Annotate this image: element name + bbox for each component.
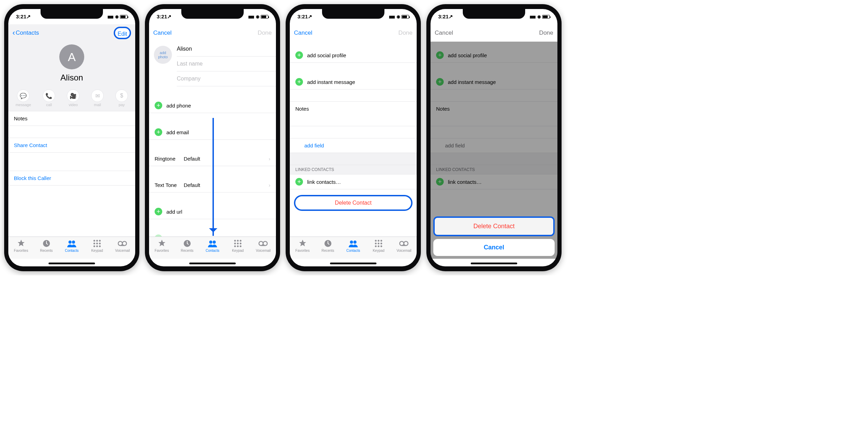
svg-point-20 [240, 240, 242, 242]
plus-icon: + [155, 234, 162, 237]
tab-label: Voicemail [397, 249, 411, 252]
action-label: pay [119, 103, 125, 107]
svg-point-12 [118, 241, 122, 246]
svg-point-19 [237, 240, 239, 242]
back-label: Contacts [16, 29, 39, 36]
tab-keypad[interactable]: Keypad [87, 239, 107, 259]
tab-favorites[interactable]: Favorites [292, 239, 313, 259]
notch [41, 9, 103, 19]
svg-point-41 [381, 246, 382, 247]
svg-point-40 [378, 246, 380, 247]
done-button[interactable]: Done [398, 29, 413, 36]
cancel-button[interactable]: Cancel [294, 29, 312, 36]
home-indicator[interactable] [471, 263, 517, 264]
svg-point-13 [122, 241, 127, 246]
svg-point-39 [375, 246, 377, 247]
content-4: +add social profile +add instant message… [431, 42, 557, 259]
tab-voicemail[interactable]: Voicemail [393, 239, 414, 259]
iphone-frame-3: 3:21↗ Cancel Done +add social profile +a… [286, 4, 421, 271]
edit-button[interactable]: Edit [114, 27, 131, 39]
tab-contacts[interactable]: Contacts [343, 239, 364, 259]
tab-recents[interactable]: Recents [177, 239, 198, 259]
battery-icon [120, 15, 128, 19]
add-phone-row[interactable]: +add phone [149, 98, 276, 113]
action-sheet: Delete Contact Cancel [433, 216, 555, 256]
video-button[interactable]: 🎥video [67, 89, 79, 107]
tab-recents[interactable]: Recents [318, 239, 338, 259]
tab-label: Recents [321, 249, 334, 252]
location-icon: ↗ [167, 14, 172, 19]
mail-button[interactable]: ✉mail [91, 89, 104, 107]
cancel-button[interactable]: Cancel [153, 29, 172, 36]
sheet-delete-button[interactable]: Delete Contact [433, 216, 555, 236]
tab-label: Keypad [91, 249, 103, 252]
tab-recents[interactable]: Recents [36, 239, 57, 259]
svg-point-10 [96, 246, 98, 247]
status-time: 3:21 [438, 14, 449, 19]
signal-icon [248, 14, 254, 19]
tab-favorites[interactable]: Favorites [11, 239, 32, 259]
status-time: 3:21 [16, 14, 26, 19]
plus-icon: + [155, 102, 162, 109]
signal-icon [530, 14, 535, 19]
svg-point-35 [381, 240, 382, 242]
video-icon: 🎥 [67, 89, 79, 102]
tab-keypad[interactable]: Keypad [368, 239, 389, 259]
avatar: A [59, 44, 84, 69]
delete-contact-button[interactable]: Delete Contact [294, 195, 413, 211]
tab-label: Voicemail [115, 249, 130, 252]
home-indicator[interactable] [189, 263, 236, 264]
message-button[interactable]: 💬message [16, 89, 31, 107]
link-contacts-row[interactable]: +link contacts… [290, 174, 417, 189]
plus-icon: + [155, 128, 162, 136]
tab-favorites[interactable]: Favorites [151, 239, 172, 259]
plus-icon: + [295, 78, 303, 86]
action-label: video [69, 103, 78, 107]
wifi-icon [255, 14, 259, 19]
tab-keypad[interactable]: Keypad [227, 239, 248, 259]
content-2: add photo Alison Last name Company +add … [149, 42, 276, 237]
notes-row[interactable]: Notes [8, 111, 135, 126]
tab-label: Keypad [232, 249, 244, 252]
vm-icon [399, 239, 409, 248]
pay-button[interactable]: $pay [115, 89, 128, 107]
last-name-field[interactable]: Last name [177, 57, 276, 71]
call-icon: 📞 [43, 89, 55, 102]
location-icon: ↗ [26, 14, 31, 19]
people-icon [348, 239, 358, 248]
company-field[interactable]: Company [177, 71, 276, 86]
first-name-field[interactable]: Alison [177, 42, 276, 57]
home-indicator[interactable] [49, 263, 95, 264]
done-button[interactable]: Done [258, 29, 272, 36]
back-button[interactable]: ‹ Contacts [12, 28, 39, 37]
battery-icon [261, 15, 268, 19]
cancel-button: Cancel [435, 29, 453, 36]
add-social-row[interactable]: +add social profile [290, 48, 417, 63]
share-contact-row[interactable]: Share Contact [8, 138, 135, 153]
location-icon: ↗ [308, 14, 312, 19]
sheet-cancel-button[interactable]: Cancel [433, 239, 555, 256]
action-label: call [46, 103, 52, 107]
tab-voicemail[interactable]: Voicemail [253, 239, 274, 259]
call-button[interactable]: 📞call [43, 89, 55, 107]
svg-point-9 [94, 246, 95, 247]
svg-point-11 [99, 246, 101, 247]
content-3: +add social profile +add instant message… [290, 42, 417, 237]
tab-label: Contacts [65, 249, 78, 252]
add-im-row[interactable]: +add instant message [290, 75, 417, 89]
add-field-row[interactable]: add field [290, 138, 417, 153]
svg-point-23 [240, 243, 242, 245]
tab-voicemail[interactable]: Voicemail [112, 239, 133, 259]
notes-field[interactable]: Notes [290, 101, 417, 126]
pay-icon: $ [115, 89, 128, 102]
block-caller-row[interactable]: Block this Caller [8, 171, 135, 186]
screen-3: 3:21↗ Cancel Done +add social profile +a… [290, 9, 417, 266]
tab-contacts[interactable]: Contacts [202, 239, 223, 259]
home-indicator[interactable] [330, 263, 376, 264]
battery-icon [542, 15, 550, 19]
tab-contacts[interactable]: Contacts [61, 239, 82, 259]
svg-point-7 [96, 243, 98, 245]
add-photo-button[interactable]: add photo [154, 46, 172, 64]
tab-label: Recents [181, 249, 193, 252]
tab-label: Favorites [155, 249, 169, 252]
